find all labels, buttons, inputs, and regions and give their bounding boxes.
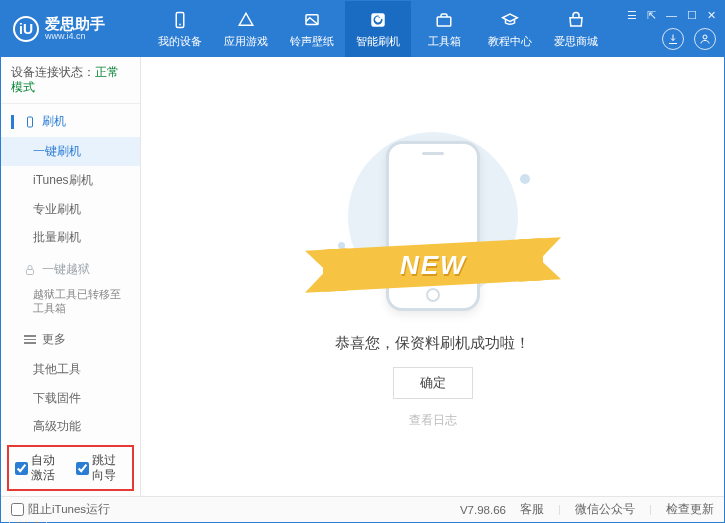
body: 设备连接状态：正常模式 刷机 一键刷机 iTunes刷机 专业刷机 批量刷机 一…: [1, 57, 724, 496]
sidebar-item-pro[interactable]: 专业刷机: [1, 195, 140, 224]
hamburger-icon: [24, 333, 36, 346]
phone-small-icon: [24, 116, 36, 128]
header: iU 爱思助手 www.i4.cn 我的设备 应用游戏 铃声壁纸 智能刷机: [1, 1, 724, 57]
nav-tab-ringtone[interactable]: 铃声壁纸: [279, 1, 345, 57]
ribbon-text: NEW: [399, 249, 466, 280]
checkbox-autoactivate[interactable]: 自动激活: [15, 453, 66, 483]
maximize-icon[interactable]: ☐: [687, 9, 697, 22]
sidebar-item-advanced[interactable]: 高级功能: [1, 412, 140, 441]
sidebar-item-firmware[interactable]: 下载固件: [1, 384, 140, 413]
svg-rect-7: [27, 269, 34, 274]
confirm-button[interactable]: 确定: [393, 367, 473, 399]
nav-label: 铃声壁纸: [290, 34, 334, 49]
brand: iU 爱思助手 www.i4.cn: [13, 16, 133, 42]
refresh-icon: [368, 10, 388, 30]
minimize-icon[interactable]: —: [666, 9, 677, 22]
nav-label: 工具箱: [428, 34, 461, 49]
graduation-icon: [500, 10, 520, 30]
sidebar-head-more[interactable]: 更多: [1, 324, 140, 355]
close-icon[interactable]: ✕: [707, 9, 716, 22]
svg-rect-4: [437, 17, 451, 26]
sidebar-item-other[interactable]: 其他工具: [1, 355, 140, 384]
footer-link-update[interactable]: 检查更新: [666, 502, 714, 517]
footer-link-wechat[interactable]: 微信公众号: [575, 502, 652, 517]
nav-label: 智能刷机: [356, 34, 400, 49]
sidebar-item-batch[interactable]: 批量刷机: [1, 223, 140, 252]
footer-link-support[interactable]: 客服: [520, 502, 561, 517]
sidebar-head-jailbreak: 一键越狱: [1, 254, 140, 285]
sidebar-item-itunes[interactable]: iTunes刷机: [1, 166, 140, 195]
flash-head-label: 刷机: [42, 113, 66, 130]
checkbox-skipguide[interactable]: 跳过向导: [76, 453, 127, 483]
nav-label: 教程中心: [488, 34, 532, 49]
main-content: NEW 恭喜您，保资料刷机成功啦！ 确定 查看日志: [141, 57, 724, 496]
wallpaper-icon: [302, 10, 322, 30]
toolbox-icon: [434, 10, 454, 30]
svg-rect-3: [371, 13, 385, 27]
sidebar-head-flash[interactable]: 刷机: [1, 106, 140, 137]
checkbox-label: 跳过向导: [92, 453, 127, 483]
more-head-label: 更多: [42, 331, 66, 348]
conn-label: 设备连接状态：: [11, 66, 95, 78]
nav-tab-toolbox[interactable]: 工具箱: [411, 1, 477, 57]
nav-label: 爱思商城: [554, 34, 598, 49]
version-label: V7.98.66: [460, 504, 506, 516]
menu-icon[interactable]: ☰: [627, 9, 637, 22]
nav-label: 应用游戏: [224, 34, 268, 49]
checkbox-label: 自动激活: [31, 453, 66, 483]
pin-icon[interactable]: ⇱: [647, 9, 656, 22]
store-icon: [566, 10, 586, 30]
footer: 阻止iTunes运行 V7.98.66 客服 微信公众号 检查更新: [1, 496, 724, 522]
lock-icon: [24, 264, 36, 276]
svg-rect-6: [28, 117, 33, 127]
nav-tab-store[interactable]: 爱思商城: [543, 1, 609, 57]
sidebar: 设备连接状态：正常模式 刷机 一键刷机 iTunes刷机 专业刷机 批量刷机 一…: [1, 57, 141, 496]
connection-status: 设备连接状态：正常模式: [1, 57, 140, 104]
jailbreak-head-label: 一键越狱: [42, 261, 90, 278]
block-itunes-checkbox[interactable]: 阻止iTunes运行: [11, 502, 110, 517]
svg-point-5: [703, 35, 707, 39]
sidebar-item-oneclick[interactable]: 一键刷机: [1, 137, 140, 166]
download-button[interactable]: [662, 28, 684, 50]
phone-icon: [170, 10, 190, 30]
jailbreak-note: 越狱工具已转移至工具箱: [1, 285, 140, 322]
nav-tab-tutorial[interactable]: 教程中心: [477, 1, 543, 57]
nav-tabs: 我的设备 应用游戏 铃声壁纸 智能刷机 工具箱 教程中心: [147, 1, 609, 57]
apps-icon: [236, 10, 256, 30]
nav-label: 我的设备: [158, 34, 202, 49]
user-button[interactable]: [694, 28, 716, 50]
window-controls: ☰ ⇱ — ☐ ✕: [627, 9, 716, 22]
brand-logo-icon: iU: [13, 16, 39, 42]
options-row: 自动激活 跳过向导: [7, 445, 134, 491]
nav-tab-apps[interactable]: 应用游戏: [213, 1, 279, 57]
header-right: ☰ ⇱ — ☐ ✕: [627, 9, 716, 50]
nav-tab-smartflash[interactable]: 智能刷机: [345, 1, 411, 57]
brand-url: www.i4.cn: [45, 32, 105, 42]
view-log-link[interactable]: 查看日志: [409, 413, 457, 428]
nav-tab-mydevice[interactable]: 我的设备: [147, 1, 213, 57]
brand-title: 爱思助手: [45, 16, 105, 33]
success-headline: 恭喜您，保资料刷机成功啦！: [335, 334, 530, 353]
app-window: iU 爱思助手 www.i4.cn 我的设备 应用游戏 铃声壁纸 智能刷机: [0, 0, 725, 523]
block-itunes-label: 阻止iTunes运行: [28, 502, 110, 517]
promo-illustration: NEW: [303, 126, 563, 326]
